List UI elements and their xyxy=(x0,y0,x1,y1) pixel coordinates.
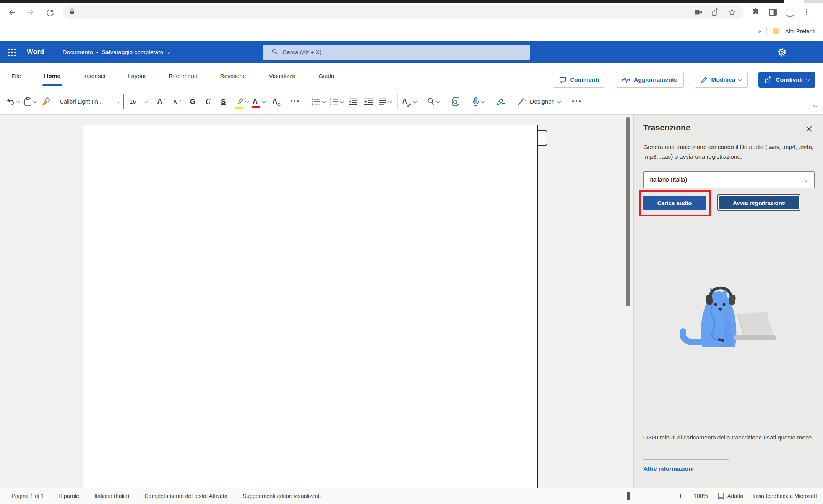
search-input[interactable] xyxy=(282,49,526,56)
tab-guida[interactable]: Guida xyxy=(318,63,334,89)
comments-button[interactable]: Commenti xyxy=(553,72,605,88)
reuse-files-button[interactable] xyxy=(450,93,461,110)
ribbon-actions: Commenti Aggiornamento Modifica Condivid… xyxy=(553,72,815,88)
numbered-list-button[interactable]: 123 xyxy=(329,93,344,110)
cat-illustration xyxy=(677,273,780,351)
more-toolbar-options-icon[interactable] xyxy=(571,93,582,110)
zoom-level[interactable]: 100% xyxy=(694,493,708,499)
transcription-pane: Trascrizione Genera una trascrizione car… xyxy=(634,115,823,488)
edit-mode-button[interactable]: Modifica xyxy=(695,72,748,88)
document-page[interactable] xyxy=(83,125,538,488)
screen: » Altri Preferiti Word Documento - Salva… xyxy=(0,0,823,504)
shrink-font-glyph: A xyxy=(173,99,177,105)
designer-button[interactable]: Designer xyxy=(517,93,560,110)
close-icon[interactable] xyxy=(804,124,814,134)
bookmarks-more-label[interactable]: Altri Preferiti xyxy=(785,28,815,34)
highlight-color-button[interactable] xyxy=(236,93,249,110)
start-recording-button[interactable]: Avvia registrazione xyxy=(717,194,800,211)
chevron-down-icon xyxy=(388,99,392,103)
zoom-out-button[interactable]: − xyxy=(602,491,610,501)
zoom-slider[interactable] xyxy=(619,492,668,500)
language-select[interactable]: Italiano (Italia) xyxy=(643,171,815,188)
word-count[interactable]: 0 parole xyxy=(59,493,79,499)
tab-home[interactable]: Home xyxy=(44,63,60,89)
vertical-scrollbar[interactable] xyxy=(626,117,630,306)
search-box[interactable] xyxy=(263,45,530,60)
app-launcher-icon[interactable] xyxy=(6,47,18,58)
tab-file[interactable]: File xyxy=(11,63,21,89)
tab-layout[interactable]: Layout xyxy=(128,63,146,89)
chevron-down-icon xyxy=(557,99,561,103)
collapse-ribbon-icon[interactable] xyxy=(813,103,817,107)
settings-gear-icon[interactable] xyxy=(777,47,787,58)
dictate-button[interactable] xyxy=(472,93,485,110)
reload-icon[interactable] xyxy=(44,6,57,19)
toolbar-divider xyxy=(566,94,566,110)
shrink-font-button[interactable]: A xyxy=(172,93,183,110)
pane-title: Trascrizione xyxy=(643,123,690,132)
back-icon[interactable] xyxy=(5,6,18,19)
document-name: Documento xyxy=(63,49,93,56)
camera-icon[interactable] xyxy=(693,6,704,18)
more-font-options-icon[interactable] xyxy=(289,93,300,110)
bookmarks-bar: » Altri Preferiti xyxy=(0,21,823,41)
styles-button[interactable]: A xyxy=(402,93,416,110)
address-bar[interactable] xyxy=(63,5,744,19)
fit-button[interactable]: Adatta xyxy=(717,492,743,500)
zoom-in-button[interactable]: + xyxy=(677,491,685,501)
underline-button[interactable]: S xyxy=(218,93,229,110)
profile-avatar[interactable] xyxy=(785,7,795,17)
increase-indent-button[interactable] xyxy=(363,93,374,110)
tab-revisione[interactable]: Revisione xyxy=(220,63,246,89)
text-completion-status[interactable]: Completamento del testo: Attivata xyxy=(144,493,227,499)
extensions-icon[interactable] xyxy=(749,6,761,18)
chevron-down-icon xyxy=(412,99,417,103)
highlight-color-swatch xyxy=(235,107,243,109)
forward-icon[interactable] xyxy=(24,6,37,19)
tab-riferimenti[interactable]: Riferimenti xyxy=(169,63,197,89)
undo-button[interactable] xyxy=(6,93,20,110)
document-title[interactable]: Documento - Salvataggio completato xyxy=(63,49,170,56)
updates-label: Aggiornamento xyxy=(634,76,678,83)
font-color-button[interactable]: A xyxy=(253,93,265,110)
decrease-indent-button[interactable] xyxy=(347,93,359,110)
paste-button[interactable] xyxy=(24,93,37,110)
search-icon xyxy=(271,48,278,57)
font-color-glyph: A xyxy=(253,97,258,105)
alignment-button[interactable] xyxy=(378,93,392,110)
share-button[interactable]: Condividi xyxy=(758,72,815,88)
page-margin-tab[interactable] xyxy=(537,130,547,146)
browser-menu-icon[interactable] xyxy=(800,6,813,18)
find-button[interactable] xyxy=(427,93,440,110)
format-painter-icon[interactable] xyxy=(41,93,52,110)
grow-font-glyph: A xyxy=(157,97,162,105)
chevron-down-icon xyxy=(16,99,20,103)
italic-button[interactable]: C xyxy=(202,93,214,110)
bookmark-star-icon[interactable] xyxy=(726,6,738,18)
tab-inserisci[interactable]: Inserisci xyxy=(83,63,105,89)
word-logo[interactable]: Word xyxy=(27,48,44,56)
chevron-down-icon xyxy=(143,99,148,103)
side-panel-icon[interactable] xyxy=(767,6,779,18)
editor-suggestions-status[interactable]: Suggerimenti editor: visualizzati xyxy=(243,493,321,499)
clear-formatting-button[interactable]: A xyxy=(269,93,281,110)
bold-button[interactable]: G xyxy=(187,93,198,110)
bookmarks-overflow-chevron[interactable]: » xyxy=(758,28,761,35)
title-chevron-icon xyxy=(166,49,170,53)
feedback-link[interactable]: Invia feedback a Microsoft xyxy=(753,493,817,499)
share-icon[interactable] xyxy=(709,6,721,18)
bullet-list-button[interactable] xyxy=(311,93,325,110)
editor-button[interactable] xyxy=(495,93,506,110)
chevron-down-icon xyxy=(33,99,37,103)
zoom-slider-handle[interactable] xyxy=(627,492,630,500)
save-status: Salvataggio completato xyxy=(102,49,163,56)
tab-visualizza[interactable]: Visualizza xyxy=(269,63,296,89)
page-count[interactable]: Pagina 1 di 1 xyxy=(11,493,44,499)
font-size-select[interactable]: 16 xyxy=(126,94,151,109)
toolbar-divider xyxy=(445,94,445,110)
font-name-select[interactable]: Calibri Light (In... xyxy=(56,94,124,109)
grow-font-button[interactable]: A xyxy=(156,93,168,110)
more-info-link[interactable]: Altre informazioni xyxy=(643,465,694,472)
language-status[interactable]: Italiano (Italia) xyxy=(94,493,129,499)
updates-button[interactable]: Aggiornamento xyxy=(616,72,684,88)
